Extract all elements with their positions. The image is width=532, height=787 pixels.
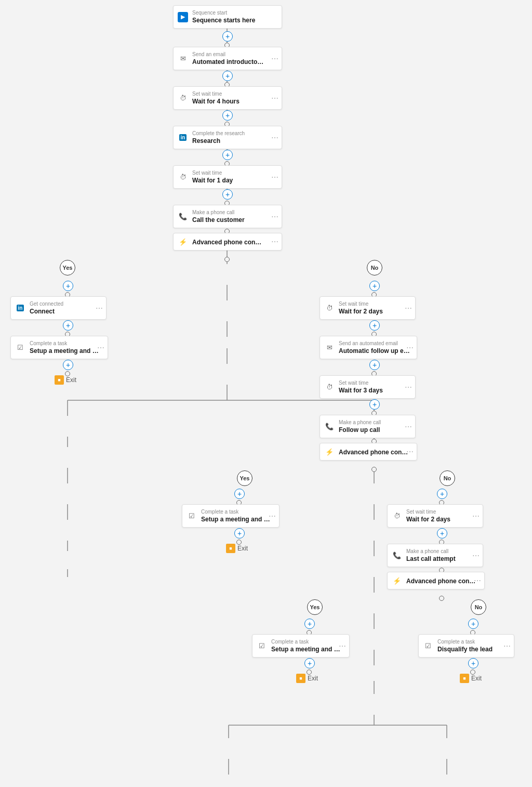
exit-icon-1: ■ [55, 375, 64, 385]
disqualify-title: Disqualify the lead [437, 646, 509, 653]
phone-condition-3-menu[interactable]: ⋯ [474, 576, 481, 585]
yes-label-2: Yes [237, 470, 252, 486]
wait-3d-label: Set wait time [339, 380, 410, 386]
conn-dot-no-6 [371, 467, 377, 472]
linkedin-icon: in [179, 134, 187, 141]
sequence-start-node: ▶ Sequence start Sequence starts here [173, 5, 282, 29]
wait-icon-5: ⏱ [394, 512, 401, 520]
follow-up-call-menu[interactable]: ⋯ [405, 423, 412, 431]
add-btn-yes-3[interactable]: + [63, 360, 73, 370]
add-btn-yes-1[interactable]: + [63, 281, 73, 291]
send-email-label: Send an email [192, 51, 276, 57]
add-btn-c3-no-2[interactable]: + [468, 658, 478, 668]
research-menu[interactable]: ⋯ [271, 134, 278, 142]
add-btn-2[interactable]: + [222, 71, 233, 81]
phone-condition-2-menu[interactable]: ⋯ [406, 448, 414, 456]
wait-4h-title: Wait for 4 hours [192, 98, 265, 105]
exit-1-label: Exit [66, 376, 76, 384]
wait-icon-2: ⏱ [180, 173, 187, 181]
add-btn-4[interactable]: + [222, 150, 233, 160]
auto-follow-email-title: Automatic follow up email [339, 347, 411, 355]
exit-1-node: ■ Exit [55, 375, 76, 385]
add-btn-no-3[interactable]: + [369, 360, 380, 370]
add-btn-no-2[interactable]: + [369, 320, 380, 331]
add-btn-yes-2[interactable]: + [63, 320, 73, 331]
exit-3-label: Exit [308, 675, 318, 682]
exit-4-label: Exit [471, 675, 482, 682]
exit-2-node: ■ Exit [226, 544, 248, 553]
add-btn-1[interactable]: + [222, 31, 233, 42]
wait-3d-menu[interactable]: ⋯ [405, 383, 412, 391]
no-label-3: No [471, 599, 486, 615]
add-btn-no-1[interactable]: + [369, 281, 380, 291]
add-btn-c2-no-1[interactable]: + [437, 489, 447, 499]
last-call-menu[interactable]: ⋯ [472, 552, 480, 560]
add-btn-no-4[interactable]: + [369, 399, 380, 410]
connect-label: Get connected [30, 301, 101, 307]
phone-icon-3: 📞 [393, 552, 401, 559]
add-btn-c3-yes-1[interactable]: + [304, 619, 315, 629]
call-customer-label: Make a phone call [192, 209, 276, 215]
setup-meeting-1-label: Complete a task [30, 340, 102, 346]
no-label-1: No [367, 260, 382, 276]
add-btn-c3-yes-2[interactable]: + [304, 658, 315, 668]
yes-label-1: Yes [60, 260, 75, 276]
send-email-node: ✉ Send an email Automated introductory e… [173, 47, 282, 70]
add-btn-3[interactable]: + [222, 110, 233, 121]
send-email-menu[interactable]: ⋯ [271, 55, 278, 63]
task-icon-2: ☑ [189, 512, 195, 520]
phone-condition-1-menu[interactable]: ⋯ [271, 238, 278, 246]
add-btn-c2-yes-1[interactable]: + [234, 489, 245, 499]
phone-icon-2: 📞 [325, 423, 334, 430]
exit-icon-3: ■ [296, 674, 305, 683]
setup-meeting-2-title: Setup a meeting and move to the next s..… [201, 516, 274, 523]
setup-meeting-1-node: ☑ Complete a task Setup a meeting and mo… [10, 336, 108, 359]
phone-condition-2-node: ⚡ Advanced phone condition ⋯ [320, 443, 417, 461]
last-call-title: Last call attempt [406, 555, 477, 562]
phone-condition-3-node: ⚡ Advanced phone condition ⋯ [387, 572, 485, 589]
setup-meeting-1-title: Setup a meeting and move to the next s..… [30, 347, 102, 355]
exit-icon-4: ■ [460, 674, 469, 683]
phone-condition-1-title: Advanced phone condition [192, 239, 265, 246]
setup-meeting-1-menu[interactable]: ⋯ [97, 344, 104, 352]
connect-menu[interactable]: ⋯ [96, 304, 103, 312]
sequence-start-title: Sequence starts here [192, 17, 265, 24]
exit-3-node: ■ Exit [296, 674, 318, 683]
send-email-title: Automated introductory email [192, 58, 265, 65]
add-btn-c3-no-1[interactable]: + [468, 619, 478, 629]
setup-meeting-3-menu[interactable]: ⋯ [339, 642, 346, 650]
add-btn-c2-no-2[interactable]: + [437, 528, 447, 539]
add-btn-5[interactable]: + [222, 189, 233, 200]
setup-meeting-2-menu[interactable]: ⋯ [269, 512, 276, 520]
auto-follow-email-menu[interactable]: ⋯ [406, 344, 414, 352]
conn-dot-c3 [439, 596, 444, 601]
call-customer-node: 📞 Make a phone call Call the customer ⋯ [173, 205, 282, 228]
phone-condition-2-title: Advanced phone condition [339, 449, 411, 456]
add-btn-c2-yes-2[interactable]: + [234, 528, 245, 539]
wait-4h-menu[interactable]: ⋯ [271, 94, 278, 102]
call-customer-title: Call the customer [192, 216, 265, 224]
exit-4-node: ■ Exit [460, 674, 482, 683]
yes-label-3: Yes [307, 599, 323, 615]
wait-2d-1-menu[interactable]: ⋯ [405, 304, 412, 312]
sequence-icon: ▶ [178, 12, 188, 22]
wait-icon-1: ⏱ [180, 94, 187, 102]
disqualify-menu[interactable]: ⋯ [503, 642, 511, 650]
call-customer-menu[interactable]: ⋯ [271, 213, 278, 221]
research-title: Research [192, 137, 265, 145]
auto-follow-email-label: Send an automated email [339, 340, 411, 346]
setup-meeting-2-node: ☑ Complete a task Setup a meeting and mo… [182, 504, 280, 528]
wait-4h-node: ⏱ Set wait time Wait for 4 hours ⋯ [173, 86, 282, 110]
follow-up-call-label: Make a phone call [339, 419, 410, 425]
condition-icon-1: ⚡ [179, 238, 187, 246]
wait-2d-1-title: Wait for 2 days [339, 308, 410, 315]
wait-2d-1-node: ⏱ Set wait time Wait for 2 days ⋯ [320, 296, 416, 320]
wait-1d-menu[interactable]: ⋯ [271, 173, 278, 181]
wait-3d-title: Wait for 3 days [339, 387, 410, 394]
wait-icon-4: ⏱ [326, 383, 333, 391]
wait-2d-2-menu[interactable]: ⋯ [472, 512, 480, 520]
follow-up-call-node: 📞 Make a phone call Follow up call ⋯ [320, 415, 416, 438]
wait-1d-title: Wait for 1 day [192, 177, 265, 184]
setup-meeting-3-label: Complete a task [271, 639, 344, 645]
email-icon: ✉ [180, 55, 186, 62]
